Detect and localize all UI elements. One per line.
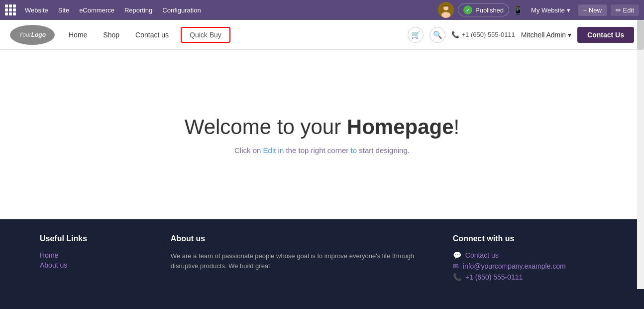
published-label: Published xyxy=(475,6,504,14)
logo[interactable]: YourLogo xyxy=(10,25,55,45)
nav-links: Home Shop Contact us Quick Buy xyxy=(65,27,398,43)
phone-icon: 📞 xyxy=(453,273,461,281)
scrollbar-thumb[interactable] xyxy=(637,20,644,50)
email-icon: ✉ xyxy=(453,262,459,270)
hero-subtitle: Click on Edit in the top right corner to… xyxy=(234,146,410,154)
contact-us-button[interactable]: Contact Us xyxy=(577,27,634,43)
user-dropdown[interactable]: Mitchell Admin ▾ xyxy=(521,31,571,39)
admin-bar: Website Site eCommerce Reporting Configu… xyxy=(0,0,644,20)
apps-icon[interactable] xyxy=(5,4,16,15)
chevron-down-icon: ▾ xyxy=(567,6,570,14)
published-check-icon: ✓ xyxy=(463,5,472,14)
admin-nav-ecommerce[interactable]: eCommerce xyxy=(75,4,118,16)
hero-section: Welcome to your Homepage! Click on Edit … xyxy=(0,50,644,219)
my-website-dropdown[interactable]: My Website ▾ xyxy=(527,4,574,16)
footer-connect: Connect with us 💬 Contact us ✉ info@your… xyxy=(453,234,604,294)
quick-buy-button[interactable]: Quick Buy xyxy=(181,27,230,43)
phone-number: 📞 +1 (650) 555-0111 xyxy=(451,31,515,38)
published-badge[interactable]: ✓ Published xyxy=(458,3,509,16)
footer-email[interactable]: ✉ info@yourcompany.example.com xyxy=(453,262,604,270)
admin-nav-site[interactable]: Site xyxy=(54,4,73,16)
nav-shop[interactable]: Shop xyxy=(99,29,123,41)
nav-contact[interactable]: Contact us xyxy=(131,29,173,41)
hero-title: Welcome to your Homepage! xyxy=(185,115,459,139)
footer-connect-title: Connect with us xyxy=(453,234,604,243)
footer-useful-links-title: Useful Links xyxy=(40,234,141,243)
nav-home[interactable]: Home xyxy=(65,29,91,41)
admin-nav-reporting[interactable]: Reporting xyxy=(120,4,156,16)
website-navbar: YourLogo Home Shop Contact us Quick Buy … xyxy=(0,20,644,50)
footer-link-home[interactable]: Home xyxy=(40,251,141,259)
logo-your-text: Your xyxy=(19,31,31,38)
footer-about-us: About us We are a team of passionate peo… xyxy=(171,234,423,294)
footer: Useful Links Home About us About us We a… xyxy=(0,219,644,309)
svg-point-2 xyxy=(441,12,450,18)
chevron-down-icon: ▾ xyxy=(568,31,571,39)
chat-icon: 💬 xyxy=(453,251,461,259)
cart-icon[interactable]: 🛒 xyxy=(408,27,424,43)
footer-about-us-text: We are a team of passionate people whose… xyxy=(171,251,423,271)
scrollbar[interactable] xyxy=(637,20,644,289)
footer-contact-us[interactable]: 💬 Contact us xyxy=(453,251,604,259)
footer-useful-links: Useful Links Home About us xyxy=(40,234,141,294)
nav-right: 🛒 🔍 📞 +1 (650) 555-0111 Mitchell Admin ▾… xyxy=(408,27,634,43)
user-avatar[interactable] xyxy=(438,2,454,18)
edit-button[interactable]: ✏ Edit xyxy=(611,4,639,16)
admin-nav-configuration[interactable]: Configuration xyxy=(158,4,205,16)
admin-nav-website[interactable]: Website xyxy=(21,4,52,16)
footer-phone[interactable]: 📞 +1 (650) 555-0111 xyxy=(453,273,604,281)
phone-icon: 📞 xyxy=(451,31,459,38)
new-button[interactable]: + New xyxy=(578,4,607,16)
mobile-preview-icon[interactable]: 📱 xyxy=(513,5,523,15)
footer-about-us-title: About us xyxy=(171,234,423,243)
footer-link-about[interactable]: About us xyxy=(40,261,141,269)
logo-logo-text: Logo xyxy=(31,31,46,38)
search-icon[interactable]: 🔍 xyxy=(429,27,445,43)
